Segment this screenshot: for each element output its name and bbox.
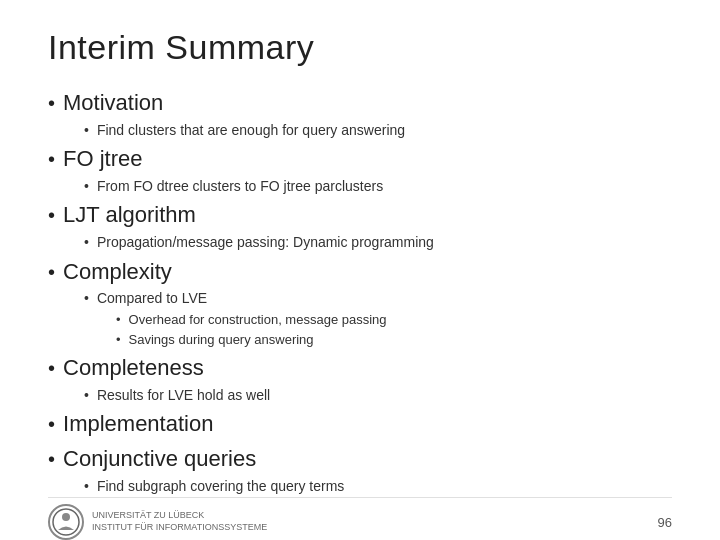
bullet-text: Find subgraph covering the query terms xyxy=(97,477,344,497)
bullet-dot: • xyxy=(116,332,121,349)
bullet-text: Find clusters that are enough for query … xyxy=(97,121,405,141)
bullet-dot: • xyxy=(84,289,89,307)
bullet-dot: • xyxy=(48,91,55,115)
bullet-text: Complexity xyxy=(63,258,172,287)
bullet-dot: • xyxy=(48,356,55,380)
bullet-dot: • xyxy=(48,412,55,436)
bullet-dot: • xyxy=(48,447,55,471)
slide: Interim Summary • Motivation • Find clus… xyxy=(0,0,720,540)
bullet-text: Overhead for construction, message passi… xyxy=(129,311,387,329)
list-item: • FO jtree xyxy=(48,145,672,174)
university-name: UNIVERSITÄT ZU LÜBECK INSTITUT FÜR INFOR… xyxy=(92,510,267,533)
list-item: • Completeness xyxy=(48,354,672,383)
bullet-dot: • xyxy=(48,203,55,227)
list-item: • Complexity xyxy=(48,258,672,287)
university-logo xyxy=(48,504,84,540)
bullet-dot: • xyxy=(48,147,55,171)
list-item: • Propagation/message passing: Dynamic p… xyxy=(84,233,672,253)
list-item: • Implementation xyxy=(48,410,672,439)
svg-point-0 xyxy=(53,509,79,535)
bullet-text: Conjunctive queries xyxy=(63,445,256,474)
list-item: • Compared to LVE xyxy=(84,289,672,309)
bullet-dot: • xyxy=(84,177,89,195)
bullet-dot: • xyxy=(84,477,89,495)
bullet-text: Results for LVE hold as well xyxy=(97,386,270,406)
bullet-text: Completeness xyxy=(63,354,204,383)
bullet-dot: • xyxy=(84,233,89,251)
bullet-text: FO jtree xyxy=(63,145,142,174)
list-item: • Conjunctive queries xyxy=(48,445,672,474)
content-area: • Motivation • Find clusters that are en… xyxy=(48,85,672,497)
list-item: • Motivation xyxy=(48,89,672,118)
bullet-dot: • xyxy=(116,312,121,329)
footer-logo: UNIVERSITÄT ZU LÜBECK INSTITUT FÜR INFOR… xyxy=(48,504,267,540)
bullet-text: Motivation xyxy=(63,89,163,118)
list-item: • LJT algorithm xyxy=(48,201,672,230)
bullet-dot: • xyxy=(84,121,89,139)
bullet-text: Implementation xyxy=(63,410,213,439)
list-item: • Overhead for construction, message pas… xyxy=(116,311,672,329)
list-item: • Results for LVE hold as well xyxy=(84,386,672,406)
slide-title: Interim Summary xyxy=(48,28,672,67)
list-item: • Find subgraph covering the query terms xyxy=(84,477,672,497)
bullet-text: LJT algorithm xyxy=(63,201,196,230)
page-number: 96 xyxy=(658,515,672,530)
list-item: • From FO dtree clusters to FO jtree par… xyxy=(84,177,672,197)
bullet-dot: • xyxy=(48,260,55,284)
bullet-dot: • xyxy=(84,386,89,404)
slide-footer: UNIVERSITÄT ZU LÜBECK INSTITUT FÜR INFOR… xyxy=(48,497,672,540)
bullet-text: Propagation/message passing: Dynamic pro… xyxy=(97,233,434,253)
bullet-text: Savings during query answering xyxy=(129,331,314,349)
list-item: • Savings during query answering xyxy=(116,331,672,349)
bullet-text: Compared to LVE xyxy=(97,289,207,309)
svg-point-1 xyxy=(62,513,70,521)
list-item: • Find clusters that are enough for quer… xyxy=(84,121,672,141)
bullet-text: From FO dtree clusters to FO jtree parcl… xyxy=(97,177,383,197)
